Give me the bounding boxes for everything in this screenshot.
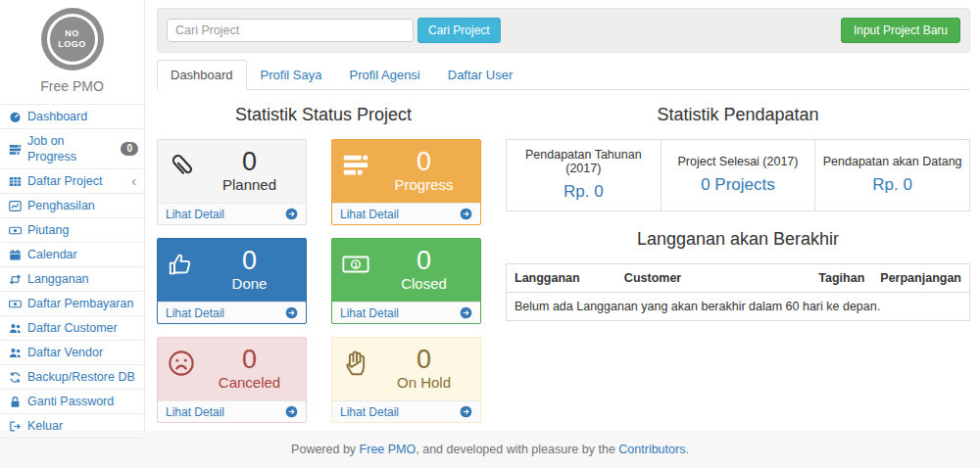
lihat-detail-link[interactable]: Lihat Detail (332, 302, 480, 323)
sidebar-item-penghasilan[interactable]: Penghasilan (0, 194, 144, 218)
sidebar-item-job-on-progress[interactable]: Job on Progress 0 (0, 129, 144, 169)
lihat-detail-label: Lihat Detail (166, 208, 224, 221)
no-logo-badge: NO LOGO (47, 14, 98, 65)
tab-daftar-user[interactable]: Daftar User (434, 60, 526, 90)
lihat-detail-label: Lihat Detail (166, 405, 224, 419)
sidebar-item-langganan[interactable]: Langganan (0, 267, 144, 292)
status-count: 0 (202, 247, 297, 274)
sidebar-item-dashboard[interactable]: Dashboard (0, 105, 144, 129)
stat-cell: Pendapatan akan Datang Rp. 0 (815, 140, 970, 211)
free-pmo-link[interactable]: Free PMO (360, 443, 416, 456)
stat-value-link[interactable]: Rp. 0 (821, 175, 963, 195)
lihat-detail-link[interactable]: Lihat Detail (158, 400, 306, 422)
card-body: 0 On Hold (332, 338, 480, 400)
stat-label: Project Selesai (2017) (667, 155, 809, 168)
income-column: Statistik Pendapatan Pendapatan Tahunan … (490, 100, 970, 423)
subscription-table: Langganan Customer Tagihan Perpanjangan … (506, 263, 970, 321)
retweet-icon (8, 272, 22, 286)
sidebar-item-label: Piutang (27, 222, 69, 238)
sidebar-item-keluar[interactable]: Keluar (0, 414, 144, 439)
card-body: 0 Planned (158, 140, 306, 203)
sidebar-item-daftar-customer[interactable]: Daftar Customer (0, 316, 144, 341)
search-bar: Cari Project Input Project Baru (157, 8, 970, 53)
status-label: Closed (376, 275, 471, 292)
money-icon (8, 297, 22, 310)
sidebar-item-label: Keluar (27, 418, 63, 434)
sidebar-item-daftar-vendor[interactable]: Daftar Vendor (0, 341, 144, 365)
card-body: 0 Progress (332, 140, 480, 203)
sidebar-item-backup-restore-db[interactable]: Backup/Restore DB (0, 365, 144, 390)
users-icon (8, 346, 22, 359)
sidebar-item-piutang[interactable]: Piutang (0, 218, 144, 243)
count-badge: 0 (121, 142, 138, 156)
stat-value-link[interactable]: Rp. 0 (513, 182, 655, 202)
logo-text-line1: NO (65, 28, 79, 39)
subscription-section-title: Langganan akan Berakhir (506, 229, 970, 250)
lock-icon (8, 395, 22, 408)
status-count: 0 (376, 247, 471, 274)
income-section-title: Statistik Pendapatan (506, 105, 970, 125)
lihat-detail-link[interactable]: Lihat Detail (158, 203, 306, 224)
contributors-link[interactable]: Contributors (618, 443, 685, 456)
table-row: Belum ada Langganan yang akan berakhir d… (507, 293, 970, 321)
lihat-detail-label: Lihat Detail (340, 405, 399, 419)
sidebar-item-daftar-pembayaran[interactable]: Daftar Pembayaran (0, 292, 144, 316)
sidebar-item-calendar[interactable]: Calendar (0, 243, 144, 267)
stat-value-link[interactable]: 0 Projects (667, 175, 809, 195)
lihat-detail-link[interactable]: Lihat Detail (158, 302, 306, 323)
sidebar: NO LOGO Free PMO Dashboard Job on Progre… (0, 0, 145, 431)
main-content: Cari Project Input Project Baru Dashboar… (145, 0, 980, 431)
stat-label: Pendapatan akan Datang (821, 155, 963, 168)
status-label: Planned (202, 176, 297, 193)
status-count: 0 (376, 148, 471, 175)
status-card-canceled: 0 Canceled Lihat Detail (157, 337, 307, 423)
sidebar-item-label: Ganti Password (27, 394, 114, 409)
tab-profil-saya[interactable]: Profil Saya (247, 60, 336, 90)
empty-message: Belum ada Langganan yang akan berakhir d… (507, 293, 970, 321)
lihat-detail-link[interactable]: Lihat Detail (332, 400, 480, 422)
users-icon (8, 321, 22, 335)
lihat-detail-label: Lihat Detail (340, 208, 399, 221)
footer-text: Powered by Free PMO, and developed with … (291, 443, 689, 456)
dashboard-panel: Statistik Status Project 0 Planned Lihat… (157, 90, 970, 423)
sidebar-item-label: Backup/Restore DB (27, 369, 135, 385)
tasks-icon (341, 148, 376, 197)
tab-profil-agensi[interactable]: Profil Agensi (335, 60, 433, 90)
sidebar-item-label: Daftar Project (27, 173, 102, 189)
search-button[interactable]: Cari Project (417, 18, 501, 43)
stat-cell: Project Selesai (2017) 0 Projects (661, 140, 815, 211)
frown-icon (167, 346, 202, 395)
sidebar-item-label: Job on Progress (27, 133, 115, 164)
status-card-on-hold: 0 On Hold Lihat Detail (331, 337, 481, 423)
sidebar-item-label: Calendar (27, 247, 77, 262)
brand-name: Free PMO (0, 65, 144, 104)
money-icon (8, 223, 22, 237)
tab-dashboard[interactable]: Dashboard (157, 60, 247, 90)
search-input[interactable] (167, 19, 414, 42)
income-stats-table: Pendapatan Tahunan (2017) Rp. 0 Project … (506, 139, 970, 211)
sidebar-item-label: Daftar Customer (27, 320, 118, 336)
column-header: Perpanjangan (872, 264, 969, 293)
column-header: Tagihan (810, 264, 872, 293)
status-count: 0 (202, 346, 297, 373)
sidebar-item-label: Penghasilan (27, 198, 95, 213)
status-card-progress: 0 Progress Lihat Detail (331, 139, 481, 225)
sidebar-item-ganti-password[interactable]: Ganti Password (0, 390, 144, 414)
logo-text-line2: LOGO (58, 39, 86, 50)
svg-text:1: 1 (354, 260, 359, 269)
sidebar-item-label: Langganan (27, 271, 89, 287)
arrow-circle-right-icon (460, 208, 472, 220)
status-label: Canceled (202, 374, 297, 391)
input-project-baru-button[interactable]: Input Project Baru (841, 18, 960, 43)
arrow-circle-right-icon (285, 208, 298, 220)
card-body: 0 Canceled (158, 338, 306, 400)
table-icon (8, 174, 22, 188)
sidebar-item-daftar-project[interactable]: Daftar Project ‹ (0, 169, 144, 194)
sidebar-menu: Dashboard Job on Progress 0 Daftar Proje… (0, 104, 144, 439)
sidebar-item-label: Dashboard (27, 109, 87, 124)
lihat-detail-link[interactable]: Lihat Detail (332, 203, 480, 224)
refresh-icon (8, 370, 22, 384)
tab-bar: Dashboard Profil Saya Profil Agensi Daft… (157, 60, 970, 90)
chevron-left-icon: ‹ (131, 175, 138, 187)
page-footer: Powered by Free PMO, and developed with … (0, 431, 980, 468)
